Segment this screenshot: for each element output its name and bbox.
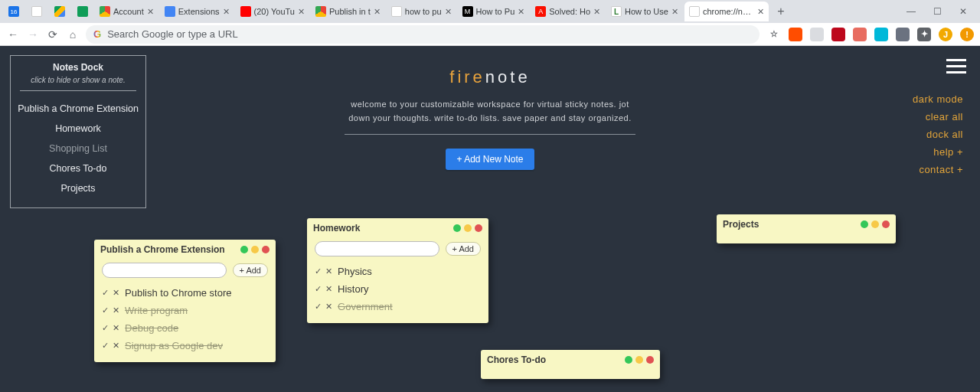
note-add-input[interactable] [315,241,439,256]
tab-favicon [54,6,65,17]
todo-check-delete-icons[interactable]: ✓ ✕ [102,323,120,333]
dock-item[interactable]: Shopping List [15,139,141,158]
dock-item[interactable]: Projects [15,178,141,198]
tab-title: Extensions [178,7,220,16]
nav-back-icon[interactable]: ← [6,28,20,41]
browser-tab[interactable]: Extensions✕ [160,2,234,21]
dot-green-icon[interactable] [240,246,248,253]
extension-icon[interactable] [810,28,824,41]
browser-tab[interactable]: Account✕ [95,2,158,21]
browser-tab[interactable]: ASolved: Ho✕ [531,2,605,21]
tab-favicon [77,6,88,17]
dot-yellow-icon[interactable] [871,220,879,228]
browser-tab[interactable]: LHow to Use✕ [606,2,683,21]
tab-favicon [315,6,326,17]
menu-item[interactable]: help + [913,146,963,158]
dock-item[interactable]: Chores To-do [15,158,141,178]
omnibox[interactable]: G Search Google or type a URL [86,25,760,44]
todo-check-delete-icons[interactable]: ✓ ✕ [315,302,333,312]
dot-red-icon[interactable] [262,246,270,253]
extension-icon[interactable] [831,28,845,41]
dock-item[interactable]: Publish a Chrome Extension [15,99,141,119]
tab-close-icon[interactable]: ✕ [518,7,524,17]
dot-yellow-icon[interactable] [251,246,259,253]
tab-close-icon[interactable]: ✕ [147,7,154,17]
dot-yellow-icon[interactable] [635,356,643,364]
note-add-input[interactable] [102,263,227,278]
extension-icon[interactable]: J [939,28,952,41]
header-underline [345,134,635,135]
tab-close-icon[interactable]: ✕ [671,7,678,17]
tab-close-icon[interactable]: ✕ [445,7,452,17]
extension-icon[interactable] [896,28,910,41]
todo-check-delete-icons[interactable]: ✓ ✕ [315,266,333,276]
note-publish[interactable]: Publish a Chrome Extension + Add ✓ ✕Publ… [94,240,276,362]
app-workspace: Notes Dock click to hide or show a note.… [0,46,980,392]
tab-title: Solved: Ho [549,7,590,16]
todo-text: Physics [338,266,372,277]
window-close[interactable]: ✕ [956,6,971,17]
dot-red-icon[interactable] [646,356,654,364]
dot-yellow-icon[interactable] [464,224,472,232]
tab-close-icon[interactable]: ✕ [757,7,764,17]
dock-divider [20,90,136,91]
menu-item[interactable]: dark mode [913,93,963,105]
brand-part-fire: fire [449,67,485,87]
browser-tab[interactable]: MHow to Pu✕ [458,2,530,21]
tab-favicon [240,6,251,17]
note-chores[interactable]: Chores To-do [481,350,660,379]
tab-favicon [391,6,402,17]
tab-close-icon[interactable]: ✕ [593,7,600,17]
browser-tab-strip: 16Account✕Extensions✕(20) YouTu✕Publish … [0,0,980,23]
nav-home-icon[interactable]: ⌂ [66,28,80,41]
hamburger-icon[interactable] [946,55,966,77]
extension-icon[interactable] [853,28,867,41]
extension-icon[interactable]: ☆ [767,28,781,41]
tab-close-icon[interactable]: ✕ [223,7,230,17]
browser-tab[interactable] [72,2,93,21]
nav-forward-icon[interactable]: → [26,28,40,41]
note-window-dots [861,220,890,228]
note-projects[interactable]: Projects [717,214,896,243]
extension-icon[interactable]: ✦ [917,28,931,41]
todo-text: History [338,283,368,295]
browser-tab[interactable]: chrome://newt✕ [684,2,769,21]
tab-favicon: A [535,6,546,17]
nav-reload-icon[interactable]: ⟳ [46,28,60,41]
app-header: firenote welcome to your customizable wo… [345,67,635,170]
browser-tab[interactable]: 16 [3,2,24,21]
browser-tab[interactable] [49,2,70,21]
browser-tab[interactable]: Publish in t✕ [311,2,385,21]
dot-green-icon[interactable] [453,224,461,232]
extension-icon[interactable] [874,28,888,41]
dot-red-icon[interactable] [882,220,890,228]
browser-tab[interactable]: (20) YouTu✕ [236,2,309,21]
window-minimize[interactable]: — [903,6,919,17]
dock-item[interactable]: Homework [15,119,141,139]
browser-tab[interactable]: how to pu✕ [387,2,456,21]
todo-check-delete-icons[interactable]: ✓ ✕ [102,341,120,351]
welcome-text: welcome to your customizable workspace f… [345,98,635,125]
todo-check-delete-icons[interactable]: ✓ ✕ [102,305,120,315]
tab-close-icon[interactable]: ✕ [374,7,381,17]
browser-tab[interactable] [26,2,47,21]
todo-check-delete-icons[interactable]: ✓ ✕ [315,284,333,294]
new-tab-button[interactable]: + [772,2,790,21]
note-homework[interactable]: Homework + Add ✓ ✕Physics✓ ✕History✓ ✕Go… [307,218,488,323]
note-add-button[interactable]: + Add [233,263,268,277]
extension-icon[interactable] [789,28,802,41]
dot-green-icon[interactable] [861,220,868,228]
tab-favicon: M [462,6,473,17]
note-add-button[interactable]: + Add [446,242,481,256]
dot-green-icon[interactable] [625,356,632,364]
todo-check-delete-icons[interactable]: ✓ ✕ [102,288,120,298]
add-new-note-button[interactable]: + Add New Note [446,149,534,170]
dot-red-icon[interactable] [475,224,482,232]
menu-item[interactable]: clear all [913,111,963,122]
window-maximize[interactable]: ☐ [929,6,945,17]
todo-text: Publish to Chrome store [125,287,231,299]
tab-close-icon[interactable]: ✕ [298,7,305,17]
menu-item[interactable]: dock all [913,129,963,140]
extension-icon[interactable]: ! [960,28,974,41]
menu-item[interactable]: contact + [913,164,963,175]
